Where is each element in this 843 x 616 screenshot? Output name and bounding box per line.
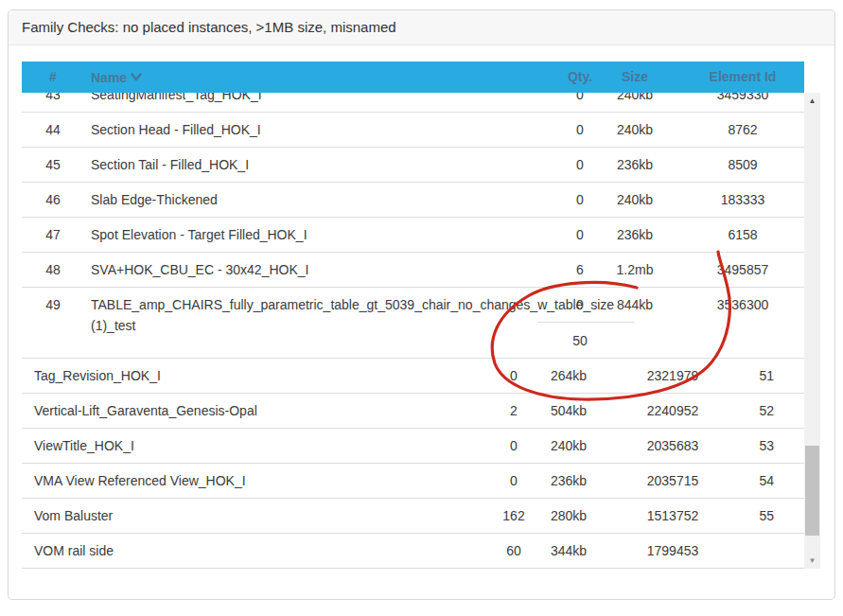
table-row-shifted: Vertical-Lift_Garaventa_Genesis-Opal2504… xyxy=(22,394,804,429)
row-number-cell: 45 xyxy=(34,148,72,182)
family-name-cell: Tag_Revision_HOK_I xyxy=(34,359,161,393)
size-cell: 504kb xyxy=(531,394,606,428)
size-cell: 280kb xyxy=(531,499,606,533)
family-name-cell: VMA View Referenced View_HOK_I xyxy=(34,464,246,498)
table-row-shifted: ViewTitle_HOK_I0240kb203568353 xyxy=(22,429,804,464)
row-number-cell: 46 xyxy=(34,183,72,217)
row-number-cell: 47 xyxy=(34,218,72,252)
table-row-shifted: Tag_Revision_HOK_I0264kb232197951 xyxy=(22,359,804,394)
row-number-cell xyxy=(736,534,774,568)
family-name-cell: SeatingManifest_Tag_HOK_I xyxy=(91,93,262,112)
table-row: 43SeatingManifest_Tag_HOK_I0240kb3459330 xyxy=(22,93,804,113)
family-name-cell: Spot Elevation - Target Filled_HOK_I xyxy=(91,218,307,252)
panel-title: Family Checks: no placed instances, >1MB… xyxy=(22,19,396,35)
size-cell: 240kb xyxy=(597,113,673,147)
table-row-shifted: Vom Baluster162280kb151375255 xyxy=(22,499,804,534)
table-row-shifted: VMA View Referenced View_HOK_I0236kb2035… xyxy=(22,464,804,499)
triangle-up-icon: ▲ xyxy=(809,97,817,105)
family-name-cell: Slab Edge-Thickened xyxy=(91,183,218,217)
column-header-number[interactable]: # xyxy=(34,62,72,93)
family-checks-panel: Family Checks: no placed instances, >1MB… xyxy=(8,9,835,600)
family-name-cell: ViewTitle_HOK_I xyxy=(34,429,134,463)
size-cell: 1.2mb xyxy=(597,253,673,287)
family-name-cell: Section Head - Filled_HOK_I xyxy=(91,113,261,147)
row-number-cell: 49 xyxy=(34,295,72,314)
triangle-down-icon: ▼ xyxy=(809,556,817,565)
element-id-cell: 2240952 xyxy=(616,394,729,428)
family-name-cell-line2: (1)_test xyxy=(91,316,135,335)
table-row: 46Slab Edge-Thickened0240kb183333 xyxy=(22,183,804,218)
size-cell: 240kb xyxy=(597,183,673,217)
element-id-cell: 183333 xyxy=(667,183,804,217)
element-id-cell: 1799453 xyxy=(616,534,729,568)
element-id-cell: 8762 xyxy=(667,113,804,147)
column-header-size[interactable]: Size xyxy=(597,62,673,93)
table-header-row: # Name Qty. Size Element Id xyxy=(22,62,804,93)
element-id-cell: 2035715 xyxy=(616,464,729,498)
family-name-cell: VOM rail side xyxy=(34,534,114,568)
size-cell: 240kb xyxy=(531,429,606,463)
scrollbar-thumb[interactable] xyxy=(805,446,819,536)
family-name-cell: SVA+HOK_CBU_EC - 30x42_HOK_I xyxy=(91,253,308,287)
row-number-cell: 48 xyxy=(34,253,72,287)
size-cell: 344kb xyxy=(531,534,606,568)
panel-title-bar: Family Checks: no placed instances, >1MB… xyxy=(9,10,834,45)
glitch-row-number-50: 50 xyxy=(547,331,613,350)
sort-chevron-down-icon xyxy=(131,62,142,93)
column-header-element-id[interactable]: Element Id xyxy=(667,62,818,93)
table-row-shifted: VOM rail side60344kb1799453 xyxy=(22,534,804,569)
element-id-cell: 2035683 xyxy=(616,429,729,463)
vertical-scrollbar[interactable]: ▲ ▼ xyxy=(804,93,820,569)
family-name-cell: Vertical-Lift_Garaventa_Genesis-Opal xyxy=(34,394,257,428)
family-table: # Name Qty. Size Element Id 43SeatingMan… xyxy=(22,62,820,570)
row-number-cell: 43 xyxy=(34,93,72,112)
size-cell: 236kb xyxy=(531,464,606,498)
table-row: 48SVA+HOK_CBU_EC - 30x42_HOK_I61.2mb3495… xyxy=(22,253,804,288)
row-number-cell: 53 xyxy=(736,429,774,463)
element-id-cell: 3459330 xyxy=(667,93,804,112)
size-cell: 264kb xyxy=(531,359,606,393)
family-name-cell: Vom Baluster xyxy=(34,499,113,533)
scrollbar-up-button[interactable]: ▲ xyxy=(804,93,820,109)
table-row: 47Spot Elevation - Target Filled_HOK_I02… xyxy=(22,218,804,253)
size-cell: 240kb xyxy=(597,93,673,112)
size-cell-overlapping: 844kb xyxy=(597,295,673,314)
element-id-cell: 2321979 xyxy=(616,359,729,393)
rows-upper-group: 43SeatingManifest_Tag_HOK_I0240kb3459330… xyxy=(22,93,804,288)
row-number-cell: 44 xyxy=(34,113,72,147)
rows-shifted-group: Tag_Revision_HOK_I0264kb232197951Vertica… xyxy=(22,359,804,569)
size-cell: 236kb xyxy=(597,218,673,252)
row-number-cell: 55 xyxy=(736,499,774,533)
glitch-border-fragment xyxy=(537,322,635,323)
row-number-cell: 54 xyxy=(736,464,774,498)
table-viewport: 43SeatingManifest_Tag_HOK_I0240kb3459330… xyxy=(22,93,804,569)
row-number-cell: 51 xyxy=(736,359,774,393)
element-id-cell: 8509 xyxy=(667,148,804,182)
table-row: 44Section Head - Filled_HOK_I0240kb8762 xyxy=(22,113,804,148)
element-id-cell: 3495857 xyxy=(667,253,804,287)
scrollbar-down-button[interactable]: ▼ xyxy=(804,553,820,569)
column-header-name[interactable]: Name xyxy=(91,62,142,93)
row-number-cell: 52 xyxy=(736,394,774,428)
element-id-cell: 1513752 xyxy=(616,499,729,533)
column-header-name-label: Name xyxy=(91,70,127,85)
family-name-cell-line1: TABLE_amp_CHAIRS_fully_parametric_table_… xyxy=(91,295,614,314)
size-cell: 236kb xyxy=(597,148,673,182)
element-id-cell: 3536300 xyxy=(667,295,804,314)
table-row-wrapped-glitch: 49 TABLE_amp_CHAIRS_fully_parametric_tab… xyxy=(22,288,804,359)
family-name-cell: Section Tail - Filled_HOK_I xyxy=(91,148,249,182)
element-id-cell: 6158 xyxy=(667,218,804,252)
table-row: 45Section Tail - Filled_HOK_I0236kb8509 xyxy=(22,148,804,183)
